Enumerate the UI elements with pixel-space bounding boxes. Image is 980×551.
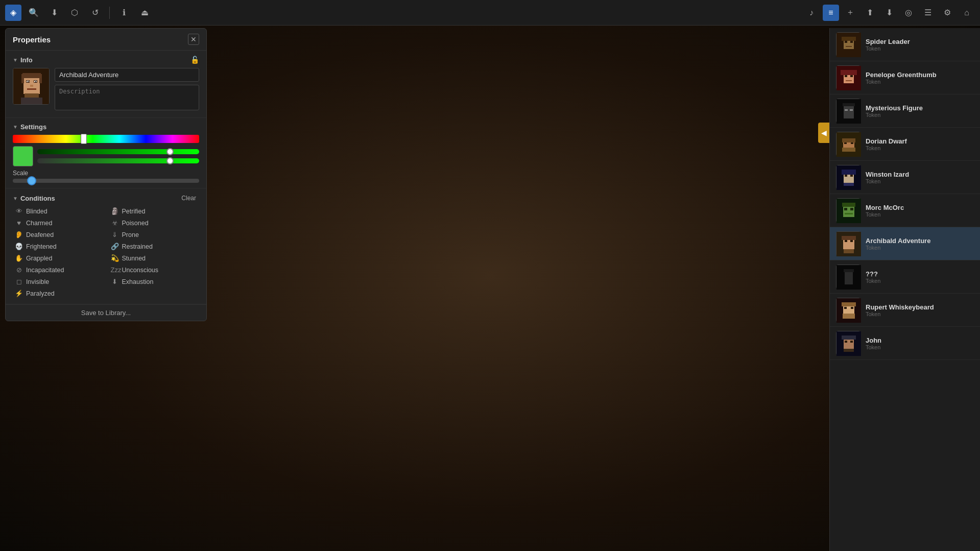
deafened-icon: 👂	[15, 231, 23, 238]
char-item-penelope[interactable]: Penelope Greenthumb Token	[830, 61, 980, 94]
alpha-slider-row	[37, 157, 199, 164]
close-button[interactable]: ✕	[188, 34, 199, 45]
condition-frightened[interactable]: 💀 Frightened	[13, 241, 104, 252]
save-button[interactable]: Save to Library...	[6, 304, 206, 321]
char-thumb-spider-leader	[836, 32, 861, 57]
condition-incapacitated[interactable]: ⊘ Incapacitated	[13, 265, 104, 275]
hue-thumb[interactable]	[81, 134, 87, 144]
character-name-input[interactable]	[55, 68, 199, 82]
condition-deafened[interactable]: 👂 Deafened	[13, 229, 104, 240]
char-thumb-mysterious	[836, 99, 861, 123]
condition-charmed[interactable]: ♥ Charmed	[13, 218, 104, 228]
condition-invisible[interactable]: ◻ Invisible	[13, 276, 104, 287]
char-item-rupert[interactable]: Rupert Whiskeybeard Token	[830, 294, 980, 327]
info-content	[13, 68, 199, 112]
condition-restrained[interactable]: 🔗 Restrained	[109, 241, 200, 252]
target-icon[interactable]: ◎	[900, 5, 917, 21]
search-icon[interactable]: 🔍	[26, 5, 42, 21]
char-thumb-rupert	[836, 298, 861, 322]
lock-icon[interactable]: 🔓	[190, 56, 199, 64]
char-info-unknown: ??? Token	[866, 270, 974, 284]
condition-unconscious[interactable]: Zzz Unconscious	[109, 265, 200, 275]
add-icon[interactable]: ＋	[842, 5, 858, 21]
color-swatch[interactable]	[13, 146, 33, 166]
alpha-knob[interactable]	[166, 157, 174, 164]
condition-poisoned[interactable]: ☣ Poisoned	[109, 218, 200, 228]
alpha-slider[interactable]	[37, 158, 199, 163]
condition-petrified[interactable]: 🗿 Petrified	[109, 206, 200, 217]
svg-rect-17	[845, 41, 847, 43]
svg-rect-29	[843, 103, 855, 106]
char-item-archibald[interactable]: Archibald Adventure Token	[830, 227, 980, 260]
panel-header: Properties ✕	[6, 29, 206, 51]
poisoned-icon: ☣	[111, 219, 119, 227]
upload-icon[interactable]: ⬆	[862, 5, 878, 21]
hue-slider[interactable]	[13, 135, 199, 143]
info-chevron-icon[interactable]: ▼	[13, 57, 18, 63]
svg-rect-62	[851, 307, 853, 309]
settings-chevron-icon[interactable]: ▼	[13, 124, 18, 130]
char-thumb-dorian	[836, 132, 861, 156]
char-name-penelope: Penelope Greenthumb	[866, 71, 974, 79]
svg-rect-68	[850, 341, 853, 343]
svg-rect-48	[845, 213, 853, 214]
svg-rect-63	[842, 302, 856, 306]
char-sub-mysterious: Token	[866, 112, 974, 118]
color-settings-row	[13, 146, 199, 166]
char-sub-archibald: Token	[866, 245, 974, 251]
char-item-winston[interactable]: Winston Izard Token	[830, 161, 980, 194]
svg-rect-42	[842, 170, 856, 175]
music-icon[interactable]: ♪	[803, 5, 820, 21]
char-item-morc[interactable]: Morc McOrc Token	[830, 194, 980, 227]
char-item-spider-leader[interactable]: Spider Leader Token	[830, 28, 980, 61]
svg-rect-25	[846, 80, 852, 81]
char-item-mysterious[interactable]: Mysterious Figure Token	[830, 94, 980, 128]
char-sub-morc: Token	[866, 211, 974, 218]
char-item-dorian[interactable]: Dorian Dwarf Token	[830, 128, 980, 161]
condition-exhaustion[interactable]: ⬇ Exhaustion	[109, 276, 200, 287]
list-icon[interactable]: ≡	[823, 5, 839, 21]
green-slider[interactable]	[37, 149, 199, 154]
settings-section: ▼ Settings	[6, 118, 206, 188]
char-thumb-unknown	[836, 265, 861, 289]
svg-rect-14	[21, 98, 42, 105]
clear-conditions-button[interactable]: Clear	[178, 194, 199, 203]
conditions-section: ▼ Conditions Clear 👁 Blinded 🗿 Petrified…	[6, 188, 206, 304]
condition-stunned[interactable]: 💫 Stunned	[109, 253, 200, 263]
green-knob[interactable]	[166, 148, 174, 155]
char-item-unknown[interactable]: ??? Token	[830, 260, 980, 294]
token-icon[interactable]: ⬡	[66, 5, 83, 21]
charmed-icon: ♥	[15, 219, 23, 227]
condition-paralyzed[interactable]: ⚡ Paralyzed	[13, 288, 104, 299]
condition-prone[interactable]: ⇓ Prone	[109, 229, 200, 240]
home-icon[interactable]: ⌂	[959, 5, 975, 21]
download2-icon[interactable]: ⬇	[881, 5, 897, 21]
char-name-john: John	[866, 337, 974, 344]
svg-rect-11	[21, 74, 24, 83]
scale-knob[interactable]	[27, 176, 36, 185]
char-avatar-svg	[836, 298, 861, 323]
conditions-grid: 👁 Blinded 🗿 Petrified ♥ Charmed ☣ Poison…	[13, 206, 199, 299]
download-icon[interactable]: ⬇	[46, 5, 62, 21]
conditions-chevron-icon[interactable]: ▼	[13, 196, 18, 201]
char-sub-john: Token	[866, 344, 974, 350]
menu-icon[interactable]: ☰	[920, 5, 936, 21]
incapacitated-icon: ⊘	[15, 266, 23, 274]
svg-rect-70	[844, 349, 854, 352]
settings-icon[interactable]: ⚙	[939, 5, 955, 21]
svg-rect-55	[844, 249, 854, 253]
scale-slider[interactable]	[13, 179, 199, 183]
exit-icon[interactable]: ⏏	[136, 5, 153, 21]
condition-blinded[interactable]: 👁 Blinded	[13, 206, 104, 217]
char-sub-unknown: Token	[866, 278, 974, 284]
description-input[interactable]	[55, 85, 199, 110]
green-slider-row	[37, 148, 199, 155]
condition-grappled[interactable]: ✋ Grappled	[13, 253, 104, 263]
logo-icon[interactable]: ◈	[5, 5, 21, 21]
info-icon[interactable]: ℹ	[116, 5, 132, 21]
sidebar-collapse-arrow[interactable]: ◀	[818, 123, 829, 143]
char-thumb-penelope	[836, 65, 861, 90]
rotate-icon[interactable]: ↺	[87, 5, 103, 21]
prone-icon: ⇓	[111, 231, 119, 238]
char-item-john[interactable]: John Token	[830, 327, 980, 360]
